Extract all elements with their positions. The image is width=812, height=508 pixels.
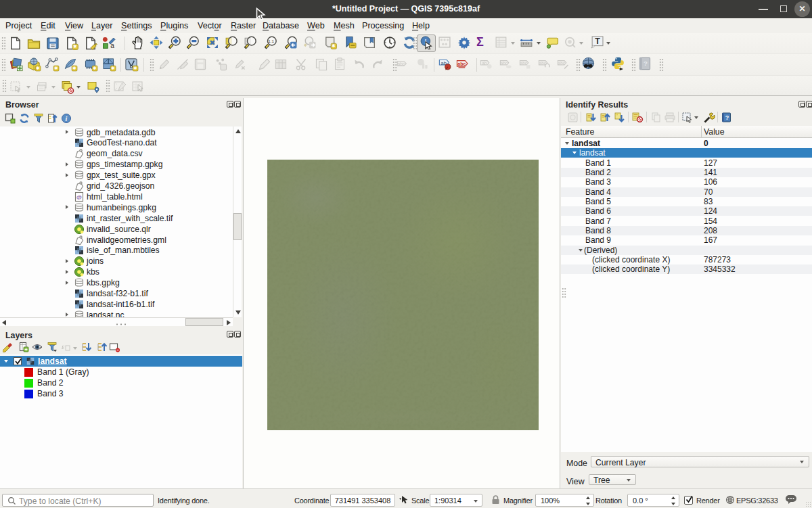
svg-text:abc: abc	[457, 62, 466, 66]
svg-text:abc: abc	[398, 62, 405, 66]
svg-text:abc: abc	[501, 61, 508, 66]
svg-text:ab: ab	[482, 61, 487, 66]
svg-text:?: ?	[725, 114, 729, 121]
svg-text:i: i	[66, 115, 68, 122]
svg-text:ε: ε	[62, 342, 65, 350]
svg-text:T: T	[595, 37, 600, 46]
svg-text:abc: abc	[558, 61, 566, 66]
svg-text:?: ?	[644, 60, 648, 67]
svg-text:abc: abc	[520, 61, 528, 66]
